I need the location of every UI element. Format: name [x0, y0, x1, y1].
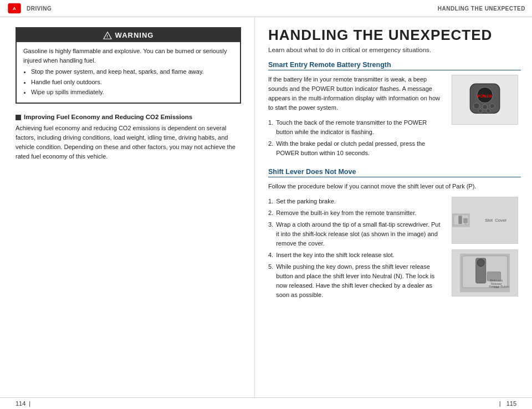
svg-text:!: !	[106, 34, 108, 39]
warning-para: Gasoline is highly flammable and explosi…	[23, 47, 233, 65]
svg-point-21	[477, 259, 484, 267]
shift-svg-2: Release Button Shift Lock Release Slot	[460, 252, 510, 294]
section1-step-2-text: With the brake pedal or clutch pedal pre…	[276, 139, 442, 158]
warning-header: ! WARNING	[17, 28, 240, 42]
section2-content: 1. Set the parking brake. 2. Remove the …	[268, 197, 521, 302]
section1-steps: 1. Touch the back of the remote transmit…	[268, 118, 442, 158]
remote-svg: POWER	[463, 80, 507, 119]
logo: A	[7, 2, 22, 14]
warning-label: WARNING	[115, 31, 154, 39]
shift-image-1: Slot Slot Cover	[452, 197, 518, 244]
section2-image-area: Slot Slot Cover Release Button Shift L	[449, 197, 521, 302]
svg-text:Slot: Slot	[464, 223, 467, 224]
svg-text:A: A	[13, 6, 16, 11]
footer-page-right: 115	[507, 400, 516, 407]
svg-point-9	[490, 103, 495, 108]
warning-bullet-3: Wipe up spills immediately.	[31, 88, 233, 97]
shift-img1-label: Slot	[470, 218, 494, 223]
section2-step-5: 5. While pushing the key down, press the…	[268, 262, 442, 300]
section2-step-5-text: While pushing the key down, press the sh…	[276, 262, 442, 300]
black-square-icon	[16, 115, 21, 120]
section2-heading: Shift Lever Does Not Move	[268, 168, 521, 177]
svg-point-7	[474, 103, 480, 109]
svg-rect-14	[459, 216, 462, 224]
section2-step-4: 4. Insert the key into the shift lock re…	[268, 250, 442, 260]
section2-step-4-text: Insert the key into the shift lock relea…	[276, 250, 394, 260]
shift-img2-label: Cover	[494, 218, 518, 223]
fuel-section-title: Improving Fuel Economy and Reducing CO2 …	[16, 114, 241, 120]
section2-step-3: 3. Wrap a cloth around the tip of a smal…	[268, 220, 442, 248]
warning-bullet-2: Handle fuel only outdoors.	[31, 78, 233, 87]
section1-image-area: POWER	[449, 75, 521, 160]
section2-steps: 1. Set the parking brake. 2. Remove the …	[268, 197, 442, 300]
warning-body: Gasoline is highly flammable and explosi…	[17, 42, 240, 103]
section2-step-1: 1. Set the parking brake.	[268, 197, 442, 206]
svg-point-11	[487, 109, 490, 113]
section2-step-3-text: Wrap a cloth around the tip of a small f…	[276, 220, 442, 248]
page-subtitle: Learn about what to do in critical or em…	[268, 47, 521, 53]
shift-svg-1: Slot	[452, 200, 470, 241]
svg-text:POWER: POWER	[478, 94, 493, 99]
section2-step-1-text: Set the parking brake.	[276, 197, 336, 206]
fuel-title-text: Improving Fuel Economy and Reducing CO2 …	[24, 114, 192, 120]
fuel-body: Achieving fuel economy and reducing CO2 …	[16, 124, 241, 161]
right-column: HANDLING THE UNEXPECTED Learn about what…	[255, 17, 532, 397]
section2-step-2: 2. Remove the built-in key from the remo…	[268, 208, 442, 218]
page-title: HANDLING THE UNEXPECTED	[268, 27, 521, 43]
warning-bullets: Stop the power system, and keep heat, sp…	[23, 67, 233, 97]
svg-point-10	[478, 109, 482, 113]
section1-step-2: 2. With the brake pedal or clutch pedal …	[268, 139, 442, 158]
top-bar-left: DRIVING	[27, 6, 52, 12]
warning-bullet-1: Stop the power system, and keep heat, sp…	[31, 67, 233, 76]
footer: 114 | | 115	[0, 397, 532, 409]
left-column: ! WARNING Gasoline is highly flammable a…	[0, 17, 255, 397]
section1-intro: If the battery life in your remote trans…	[268, 75, 442, 113]
svg-rect-15	[463, 218, 467, 223]
section1-content: If the battery life in your remote trans…	[268, 75, 521, 160]
section1-text: If the battery life in your remote trans…	[268, 75, 442, 160]
warning-triangle-icon: !	[103, 32, 112, 39]
section1-step-1-text: Touch the back of the remote transmitter…	[276, 118, 442, 137]
footer-right: | 115	[499, 400, 516, 407]
svg-text:Slot: Slot	[494, 285, 499, 289]
section2-step-2-text: Remove the built-in key from the remote …	[276, 208, 416, 218]
svg-point-8	[483, 104, 488, 109]
shift-image-2: Release Button Shift Lock Release Slot	[452, 249, 518, 296]
top-bar-right: HANDLING THE UNEXPECTED	[438, 6, 525, 12]
section2-text: 1. Set the parking brake. 2. Remove the …	[268, 197, 442, 302]
remote-image: POWER	[452, 75, 518, 125]
section1-heading: Smart Entry Remote Battery Strength	[268, 61, 521, 70]
section2-intro: Follow the procedure below if you cannot…	[268, 182, 521, 191]
top-bar: A DRIVING HANDLING THE UNEXPECTED	[0, 0, 532, 17]
footer-page-left: 114	[16, 400, 25, 407]
warning-box: ! WARNING Gasoline is highly flammable a…	[16, 27, 241, 104]
section1-step-1: 1. Touch the back of the remote transmit…	[268, 118, 442, 137]
